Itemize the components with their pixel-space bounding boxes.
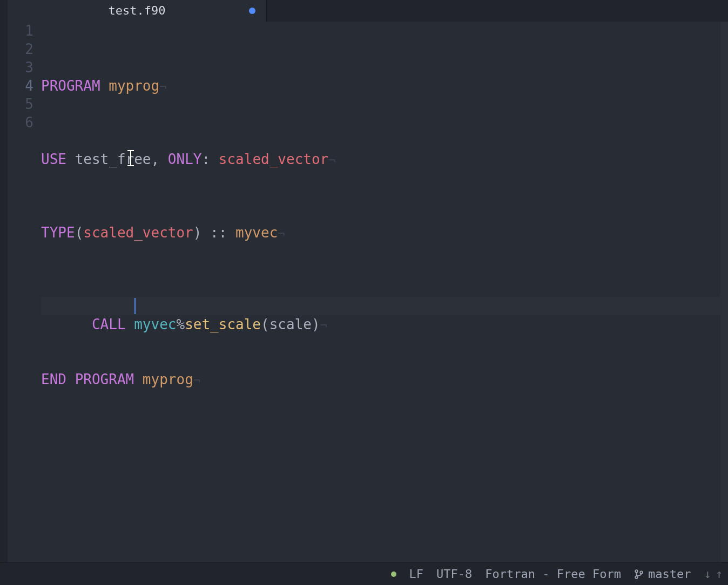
tab-title: test.f90 [109,0,166,22]
status-language[interactable]: Fortran - Free Form [485,567,621,581]
punct: % [176,316,185,332]
line-number: 1 [8,22,33,40]
status-line-ending[interactable]: LF [409,567,424,581]
status-bar: LF UTF-8 Fortran - Free Form master ↓ ↑ [0,562,728,585]
status-branch-name: master [648,567,691,581]
eol-marker-icon: ¬ [320,318,327,332]
arrow-down-icon: ↓ [704,567,711,581]
type-name: scaled_vector [219,151,329,167]
svg-point-1 [635,576,638,579]
punct: : [201,151,210,167]
line-number: 6 [8,113,33,132]
punct: , [151,151,160,167]
code-line[interactable]: USE test_free, ONLY: scaled_vector¬ [41,150,720,168]
status-dot-icon [391,572,396,577]
status-encoding[interactable]: UTF-8 [436,567,472,581]
code-line[interactable]: TYPE(scaled_vector) :: myvec¬ [41,223,720,242]
code-area[interactable]: PROGRAM myprog¬ USE test_free, ONLY: sca… [41,22,720,562]
code-line[interactable]: CALL myvec%set_scale(scale)¬ [41,297,720,315]
status-git-branch[interactable]: master [634,567,691,581]
keyword: CALL [92,316,126,332]
identifier: myvec [235,225,278,241]
punct: :: [210,225,227,241]
git-branch-icon [634,568,644,580]
code-editor[interactable]: 1 2 3 4 5 6 PROGRAM myprog¬ USE test_fre… [8,22,720,562]
keyword: ONLY [168,151,202,167]
tab-dirty-indicator-icon [249,8,255,14]
activity-strip [0,0,8,585]
eol-marker-icon: ¬ [278,227,285,240]
text-caret-icon [134,298,136,314]
svg-point-2 [640,571,643,574]
line-number: 4 [8,77,33,95]
editor-tab[interactable]: test.f90 [8,0,267,22]
tab-bar: test.f90 [8,0,728,22]
code-line[interactable] [41,444,720,462]
keyword: PROGRAM [41,78,100,94]
code-line[interactable]: PROGRAM myprog¬ [41,77,720,95]
identifier: scale [269,316,312,332]
line-number: 5 [8,95,33,113]
line-number-gutter: 1 2 3 4 5 6 [8,22,41,562]
punct: ) [312,316,320,332]
punct: ) [193,225,202,241]
eol-marker-icon: ¬ [328,153,335,167]
type-name: scaled_vector [83,225,193,241]
punct: ( [75,225,84,241]
eol-marker-icon: ¬ [193,373,200,387]
status-fetch[interactable]: ↓ ↑ [704,567,723,581]
identifier: myprog [143,371,193,387]
status-clean-indicator[interactable] [391,572,396,577]
svg-point-0 [635,570,638,573]
arrow-up-icon: ↑ [716,567,723,581]
punct: ( [261,316,269,332]
scrollbar-track[interactable] [720,22,728,562]
keyword: TYPE [41,225,75,241]
keyword: PROGRAM [75,371,134,387]
member: set_scale [185,316,261,332]
identifier: test_free [75,151,151,167]
eol-marker-icon: ¬ [159,80,166,93]
identifier: myvec [134,316,176,332]
code-line[interactable]: END PROGRAM myprog¬ [41,370,720,389]
line-number: 3 [8,58,33,77]
keyword: USE [41,151,66,167]
keyword: END [41,371,66,387]
line-number: 2 [8,40,33,58]
identifier: myprog [109,78,159,94]
